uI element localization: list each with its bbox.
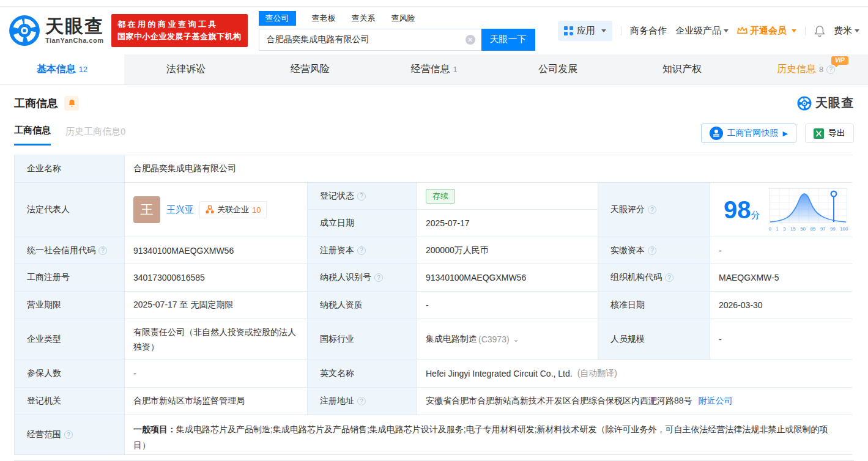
nearby-companies-link[interactable]: 附近公司 xyxy=(699,396,733,407)
tab-label: 历史信息 xyxy=(777,63,816,76)
tab-history-info[interactable]: 历史信息 8 ? VIP xyxy=(744,54,868,84)
tab-label: 法律诉讼 xyxy=(166,63,206,76)
monitor-bell-icon[interactable] xyxy=(64,96,79,111)
promo-banner-line2: 国家中小企业发展子基金旗下机构 xyxy=(117,31,242,43)
help-icon[interactable]: ? xyxy=(357,397,366,405)
org-network-icon xyxy=(206,205,214,214)
approval-date-label: 核准日期 xyxy=(598,292,710,319)
industry-label: 国标行业 xyxy=(308,319,417,360)
company-nav-tabs: 基本信息 12 法律诉讼 经营风险 经营信息 1 公司发展 知识产权 历史信息 … xyxy=(0,54,868,85)
tab-count: 8 xyxy=(819,65,823,74)
tianyancha-logo[interactable]: 天眼查 TianYanCha.com xyxy=(9,15,104,46)
user-menu[interactable]: 费米 xyxy=(834,25,859,37)
business-term-label: 营业期限 xyxy=(15,292,124,319)
org-code-label: 组织机构代码? xyxy=(598,264,710,291)
insured-count-value: - xyxy=(125,360,307,387)
search-tab-boss[interactable]: 查老板 xyxy=(312,11,336,26)
tab-label: 基本信息 xyxy=(37,63,76,76)
notification-bell-icon[interactable] xyxy=(814,25,825,37)
staff-size-value: - xyxy=(710,319,855,360)
help-icon[interactable]: ? xyxy=(648,205,656,214)
search-tab-company[interactable]: 查公司 xyxy=(259,11,296,26)
tab-legal-lawsuits[interactable]: 法律诉讼 xyxy=(124,54,248,84)
company-name-label: 企业名称 xyxy=(15,155,124,182)
help-icon[interactable]: ? xyxy=(374,273,383,282)
chevron-down-icon[interactable]: ⌄ xyxy=(513,335,519,344)
industry-value: 集成电路制造(C3973) ⌄ xyxy=(417,319,598,360)
tab-operation-risk[interactable]: 经营风险 xyxy=(248,54,372,84)
help-icon[interactable]: ? xyxy=(357,246,366,255)
legal-rep-label: 法定代表人 xyxy=(15,183,124,237)
org-code-value: MAEQGXMW-5 xyxy=(710,264,855,291)
credit-code-value: 91340100MAEQGXMW56 xyxy=(125,237,307,264)
tianyancha-logo-icon xyxy=(9,15,40,46)
english-name-label: 英文名称 xyxy=(308,360,417,387)
business-scope-value: 一般项目：集成电路芯片及产品制造;集成电路芯片及产品销售;集成电路芯片设计及服务… xyxy=(125,415,855,454)
logo-text: 天眼查 xyxy=(45,17,104,35)
tianyancha-watermark-icon xyxy=(797,96,812,111)
chevron-down-icon xyxy=(724,29,729,32)
promo-banner: 都在用的商业查询工具 国家中小企业发展子基金旗下机构 xyxy=(111,14,248,47)
apps-grid-icon xyxy=(564,26,573,35)
business-scope-prefix: 一般项目： xyxy=(133,424,176,434)
apps-menu[interactable]: 应用 xyxy=(558,21,612,41)
related-companies-badge[interactable]: 关联企业 10 xyxy=(199,201,267,218)
export-button[interactable]: 导出 xyxy=(805,124,854,143)
establish-date-label: 成立日期 xyxy=(308,210,417,237)
chart-tick-label: 97 xyxy=(820,226,826,232)
reg-authority-label: 登记机关 xyxy=(15,388,124,415)
chart-tick-label: 1 xyxy=(776,226,778,232)
help-icon[interactable]: ? xyxy=(648,246,656,255)
main-content: 工商信息 天眼查 工商信息 历史工商信息0 xyxy=(0,85,868,461)
score-chart-ticks: 0131550859799100 xyxy=(769,226,848,232)
legal-rep-name-link[interactable]: 王兴亚 xyxy=(166,204,194,216)
enterprise-product-menu[interactable]: 企业级产品 xyxy=(675,25,729,37)
tab-label: 知识产权 xyxy=(662,63,702,76)
help-icon[interactable]: ? xyxy=(357,192,366,201)
help-icon[interactable]: ? xyxy=(64,430,73,439)
related-companies-count: 10 xyxy=(252,205,261,215)
watermark-logo: 天眼查 xyxy=(797,95,854,111)
open-vip-menu[interactable]: 开通会员 xyxy=(737,25,796,37)
section-title: 工商信息 xyxy=(14,96,58,111)
reg-capital-label: 注册资本? xyxy=(308,237,417,264)
chart-tick-label: 100 xyxy=(840,226,848,232)
help-icon[interactable]: ? xyxy=(98,246,107,255)
search-button[interactable]: 天眼一下 xyxy=(481,29,535,51)
biz-coop-link[interactable]: 商务合作 xyxy=(630,25,667,37)
search-tab-relation[interactable]: 查关系 xyxy=(352,11,376,26)
score-value[interactable]: 98 xyxy=(724,196,751,223)
search-input[interactable] xyxy=(259,29,481,51)
auto-translate-note: (自动翻译) xyxy=(577,368,617,379)
reg-number-value: 340173000616585 xyxy=(125,264,307,291)
establish-date-value: 2025-07-17 xyxy=(417,210,598,237)
arrow-right-icon: ▶ xyxy=(783,130,788,138)
tab-company-development[interactable]: 公司发展 xyxy=(496,54,620,84)
apps-label: 应用 xyxy=(577,25,595,37)
tab-count: 1 xyxy=(453,65,457,74)
divider xyxy=(805,26,806,35)
taxpayer-qualification-value: - xyxy=(417,292,598,319)
search-area: 查公司 查老板 查关系 查风险 ✕ 天眼一下 xyxy=(259,11,535,51)
status-badge: 存续 xyxy=(426,189,455,204)
clear-search-icon[interactable]: ✕ xyxy=(466,35,475,45)
tab-basic-info[interactable]: 基本信息 12 xyxy=(0,54,124,84)
taxpayer-id-label: 纳税人识别号? xyxy=(308,264,417,291)
related-companies-label: 关联企业 xyxy=(217,204,249,215)
tab-intellectual-property[interactable]: 知识产权 xyxy=(620,54,744,84)
tab-business-info[interactable]: 经营信息 1 xyxy=(372,54,496,84)
divider xyxy=(621,26,621,35)
reg-number-label: 工商注册号 xyxy=(15,264,124,291)
score-unit: 分 xyxy=(751,210,760,220)
chevron-down-icon xyxy=(601,29,606,32)
tab-label: 公司发展 xyxy=(538,63,577,76)
help-icon[interactable]: ? xyxy=(665,273,673,282)
subtab-history-registration[interactable]: 历史工商信息0 xyxy=(65,126,125,145)
official-snapshot-button[interactable]: 工商官网快照 ▶ xyxy=(701,124,796,143)
score-cell: 98分 xyxy=(710,183,855,237)
search-tab-risk[interactable]: 查风险 xyxy=(391,11,415,26)
subtab-business-registration[interactable]: 工商信息 xyxy=(14,125,51,146)
reg-status-label: 登记状态? xyxy=(308,183,417,209)
official-snapshot-label: 工商官网快照 xyxy=(727,128,779,139)
legal-rep-avatar[interactable]: 王 xyxy=(133,196,160,223)
